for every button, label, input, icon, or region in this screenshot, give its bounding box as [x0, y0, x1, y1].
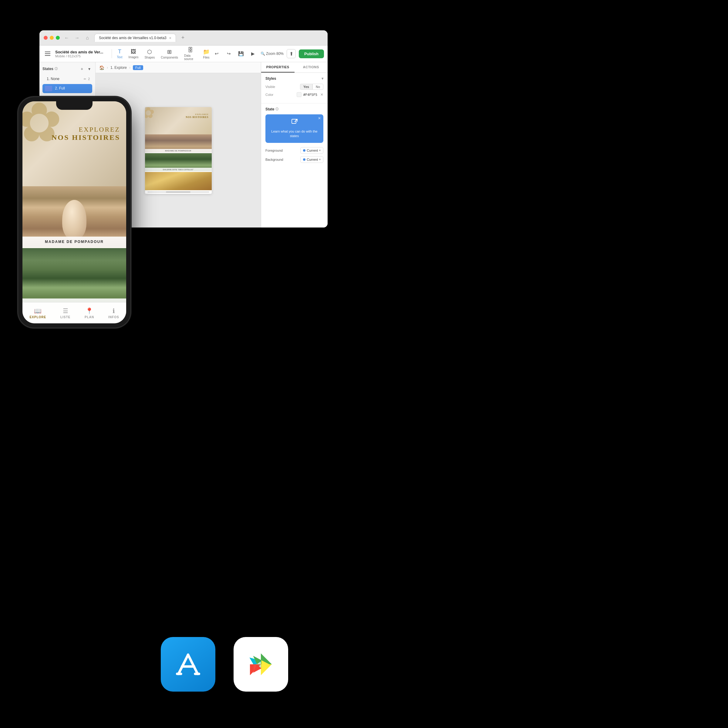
- menu-button[interactable]: [43, 49, 53, 58]
- background-dot: [303, 158, 306, 161]
- nav-explore[interactable]: 📖 EXPLORE: [24, 305, 51, 321]
- visible-no-btn[interactable]: No: [312, 84, 323, 90]
- phone-painting-item-2[interactable]: GALERIE DITE "DES COTELLE": [23, 248, 126, 302]
- components-tool-icon: ⊞: [167, 49, 172, 55]
- background-row: Background Current ▾: [265, 156, 323, 163]
- forward-icon[interactable]: →: [74, 35, 80, 41]
- visible-yes-btn[interactable]: Yes: [300, 84, 312, 90]
- styles-section: Styles ▾ Visible Yes No Color #F4F: [261, 73, 327, 104]
- tab-close-icon[interactable]: ✕: [169, 37, 171, 40]
- files-tool[interactable]: 📁 Files: [200, 47, 212, 60]
- plan-icon: 📍: [86, 307, 93, 315]
- nav-infos[interactable]: ℹ INFOS: [104, 305, 124, 321]
- state-learn-external-icon: [269, 119, 320, 127]
- close-window-btn[interactable]: [44, 36, 47, 40]
- tab-properties[interactable]: PROPERTIES: [261, 62, 295, 72]
- phone-hero-text: EXPLOREZ NOS HISTOIRES: [52, 125, 120, 142]
- explore-icon: 📖: [34, 307, 41, 315]
- states-more-btn[interactable]: ▾: [86, 66, 92, 72]
- styles-title: Styles ▾: [265, 76, 323, 81]
- canvas-scrollbar: [147, 191, 209, 193]
- hamburger-line: [45, 54, 50, 54]
- components-tool[interactable]: ⊞ Components: [158, 47, 180, 60]
- datasource-tool[interactable]: 🗄 Data source: [182, 46, 199, 62]
- state-item-none[interactable]: 1. None ✏ 2: [43, 75, 92, 83]
- preview-icon[interactable]: ▶: [248, 49, 257, 58]
- state-learn-close-btn[interactable]: ✕: [318, 116, 321, 121]
- nav-plan[interactable]: 📍 PLAN: [80, 305, 99, 321]
- panel-tabs: PROPERTIES ACTIONS: [261, 62, 327, 73]
- svg-line-3: [188, 655, 198, 674]
- app-name-display: Société des amis de Ver... Mobile / 812x…: [55, 50, 103, 58]
- state-count-icon: 2: [88, 77, 90, 81]
- shapes-tool[interactable]: ⬡ Shapes: [142, 47, 157, 60]
- background-label: Background: [265, 158, 283, 161]
- toolbar-separator: [112, 49, 112, 58]
- app-subtitle: Mobile / 812x375: [55, 54, 103, 58]
- color-swatch[interactable]: [297, 92, 301, 97]
- phone-screen: ✿ EXPLOREZ NOS HISTOIRES MADAME DE P: [23, 101, 126, 323]
- text-tool[interactable]: T Text: [114, 47, 125, 60]
- phone-bottom-nav: 📖 EXPLORE ☰ LISTE 📍 PLAN ℹ INFOS: [23, 302, 126, 323]
- phone-mockup: ✿ EXPLOREZ NOS HISTOIRES MADAME DE P: [18, 97, 130, 327]
- phone-hero-line1: EXPLOREZ: [52, 125, 120, 133]
- states-header: States ⓘ + ▾: [43, 66, 92, 72]
- canvas-hero-line2: NOS HISTOIRES: [186, 116, 208, 119]
- phone-painting-item-1[interactable]: MADAME DE POMPADOUR: [23, 186, 126, 247]
- hamburger-line: [45, 52, 50, 52]
- home-breadcrumb-icon[interactable]: 🏠: [99, 65, 104, 70]
- state-full-thumb: [45, 86, 52, 91]
- home-nav-icon[interactable]: ⌂: [84, 35, 91, 41]
- canvas-hero: ✿ EXPLOREZ NOS HISTOIRES: [145, 107, 212, 135]
- state-learn-box: ✕ Learn what you can do with the states: [265, 114, 323, 143]
- phone-body: ✿ EXPLOREZ NOS HISTOIRES MADAME DE P: [18, 97, 130, 327]
- images-tool-icon: 🖼: [131, 49, 136, 55]
- state-panel-label: State: [265, 107, 274, 111]
- canvas-topbar: 🏠 › 1. Explore › Full: [96, 62, 261, 73]
- phone-paintings: MADAME DE POMPADOUR GALERIE DITE "DES CO…: [23, 186, 126, 302]
- new-tab-icon[interactable]: +: [181, 35, 185, 41]
- state-item-full[interactable]: 2. Full: [43, 84, 92, 93]
- hamburger-line: [45, 55, 50, 56]
- undo-icon[interactable]: ↩: [212, 49, 221, 58]
- visible-toggle: Yes No: [300, 84, 323, 90]
- color-clear-icon[interactable]: ✕: [320, 93, 323, 97]
- breadcrumb-explore[interactable]: 1. Explore: [110, 66, 127, 70]
- back-icon[interactable]: ←: [63, 35, 70, 41]
- zoom-control[interactable]: 🔍 Zoom 80%: [260, 52, 284, 56]
- maximize-window-btn[interactable]: [56, 36, 60, 40]
- phone-notch: [56, 101, 93, 110]
- images-tool[interactable]: 🖼 Images: [126, 47, 141, 60]
- styles-collapse-icon[interactable]: ▾: [321, 76, 323, 81]
- zoom-icon: 🔍: [260, 52, 265, 56]
- phone-hero: ✿ EXPLOREZ NOS HISTOIRES: [23, 101, 126, 186]
- visible-label: Visible: [265, 85, 275, 89]
- minimize-window-btn[interactable]: [50, 36, 54, 40]
- foreground-select[interactable]: Current ▾: [300, 147, 323, 154]
- tab-actions[interactable]: ACTIONS: [295, 62, 328, 72]
- publish-button[interactable]: Publish: [299, 49, 324, 58]
- browser-tab[interactable]: Société des amis de Versailles v1.0-beta…: [94, 34, 176, 42]
- google-play-icon[interactable]: [234, 637, 288, 691]
- states-title: States ⓘ: [43, 67, 58, 71]
- state-panel-section: State ⓘ ✕ Learn what you can do with the…: [261, 104, 327, 169]
- liste-icon: ☰: [63, 307, 68, 315]
- redo-icon[interactable]: ↪: [224, 49, 233, 58]
- images-tool-label: Images: [128, 55, 139, 59]
- save-icon[interactable]: 💾: [236, 49, 245, 58]
- window-controls: [44, 36, 60, 40]
- canvas-painting-2: GALERIE DITE "DES COTELLE": [145, 153, 212, 171]
- foreground-value: Current: [307, 148, 318, 152]
- color-hex: #F4F5F5: [303, 93, 317, 97]
- color-swatch-row: #F4F5F5 ✕: [297, 92, 323, 97]
- state-info-icon: ⓘ: [275, 107, 278, 111]
- background-select[interactable]: Current ▾: [300, 156, 323, 163]
- files-tool-icon: 📁: [203, 49, 210, 55]
- share-button[interactable]: ⬆: [287, 49, 296, 58]
- canvas-hero-gold-pattern: ✿: [145, 107, 166, 128]
- apple-app-store-icon[interactable]: [161, 637, 216, 691]
- state-none-label: 1. None: [47, 77, 60, 81]
- nav-liste[interactable]: ☰ LISTE: [55, 305, 75, 321]
- shapes-tool-label: Shapes: [144, 56, 155, 59]
- add-state-btn[interactable]: +: [79, 66, 85, 72]
